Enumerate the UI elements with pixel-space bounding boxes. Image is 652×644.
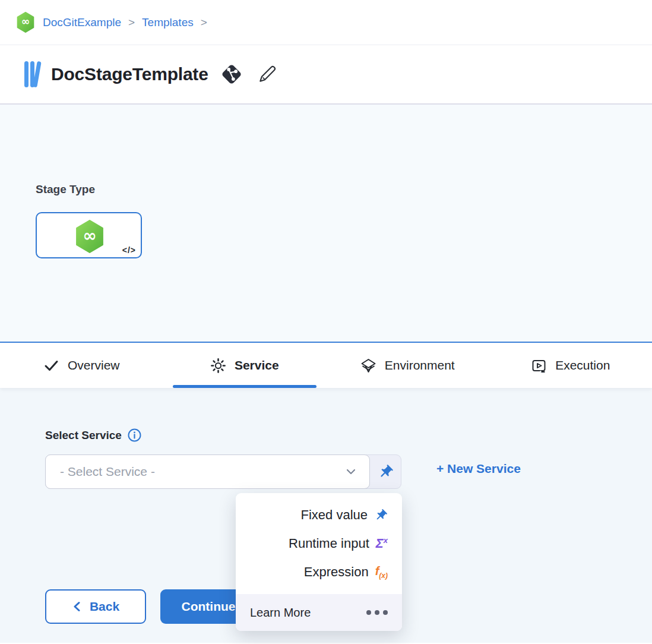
select-service-label-row: Select Service xyxy=(45,428,141,442)
git-sync-icon xyxy=(219,62,244,87)
select-service-label: Select Service xyxy=(45,429,122,442)
stage-tabs: Overview Service Environment Execu xyxy=(0,342,652,388)
menu-item-label: Runtime input xyxy=(289,536,369,551)
tab-label: Overview xyxy=(68,358,120,372)
continue-button-label: Continue xyxy=(182,599,236,614)
service-select-dropdown[interactable]: - Select Service - xyxy=(45,454,370,489)
harness-module-icon xyxy=(16,12,35,33)
back-button[interactable]: Back xyxy=(45,589,146,624)
gear-icon xyxy=(210,358,226,374)
sigma-icon: Σx xyxy=(376,536,388,551)
fx-icon: f(x) xyxy=(375,564,388,580)
input-type-options: Fixed value Runtime input Σx Expression … xyxy=(236,493,402,594)
info-icon[interactable] xyxy=(128,428,141,442)
learn-more-label: Learn More xyxy=(250,606,311,620)
input-type-pin-button[interactable] xyxy=(370,455,401,488)
breadcrumb: DocGitExample > Templates > xyxy=(0,0,652,45)
breadcrumb-link-project[interactable]: DocGitExample xyxy=(43,16,121,29)
stage-type-label: Stage Type xyxy=(36,183,95,196)
check-icon xyxy=(43,358,59,374)
stage-type-section: Stage Type </> xyxy=(0,105,652,342)
breadcrumb-separator: > xyxy=(201,16,207,29)
menu-item-runtime-input[interactable]: Runtime input Σx xyxy=(236,529,402,558)
menu-item-label: Fixed value xyxy=(300,507,368,523)
layers-icon xyxy=(360,358,376,374)
tab-label: Execution xyxy=(555,358,610,372)
back-button-label: Back xyxy=(90,599,119,614)
breadcrumb-link-templates[interactable]: Templates xyxy=(142,16,194,29)
pin-icon xyxy=(378,464,394,480)
run-icon xyxy=(531,358,547,374)
tab-environment[interactable]: Environment xyxy=(326,343,489,388)
page-header: DocStageTemplate xyxy=(0,45,652,105)
new-service-link[interactable]: + New Service xyxy=(436,462,521,476)
menu-item-expression[interactable]: Expression f(x) xyxy=(236,558,402,586)
chevron-down-icon xyxy=(344,465,357,478)
page-title: DocStageTemplate xyxy=(51,64,208,84)
tab-overview[interactable]: Overview xyxy=(0,343,163,388)
ellipsis-icon xyxy=(366,610,388,615)
tab-execution[interactable]: Execution xyxy=(489,343,652,388)
learn-more-row[interactable]: Learn More xyxy=(236,594,402,631)
edit-icon[interactable] xyxy=(257,64,277,84)
menu-item-fixed-value[interactable]: Fixed value xyxy=(236,501,402,529)
tab-service[interactable]: Service xyxy=(163,343,327,388)
template-library-icon xyxy=(24,60,42,89)
stage-type-card-deploy[interactable]: </> xyxy=(36,212,142,258)
service-select-control: - Select Service - xyxy=(45,454,401,489)
breadcrumb-separator: > xyxy=(128,16,135,29)
chevron-left-icon xyxy=(72,601,83,612)
deploy-stage-icon xyxy=(74,220,105,253)
service-tab-panel: Select Service - Select Service - + New … xyxy=(0,388,652,643)
input-type-popup: Fixed value Runtime input Σx Expression … xyxy=(236,493,402,631)
code-view-icon[interactable]: </> xyxy=(122,245,136,255)
service-select-placeholder: - Select Service - xyxy=(60,465,155,479)
tab-label: Environment xyxy=(385,358,455,372)
tab-label: Service xyxy=(235,358,279,372)
pin-icon xyxy=(374,509,388,522)
menu-item-label: Expression xyxy=(304,564,369,580)
